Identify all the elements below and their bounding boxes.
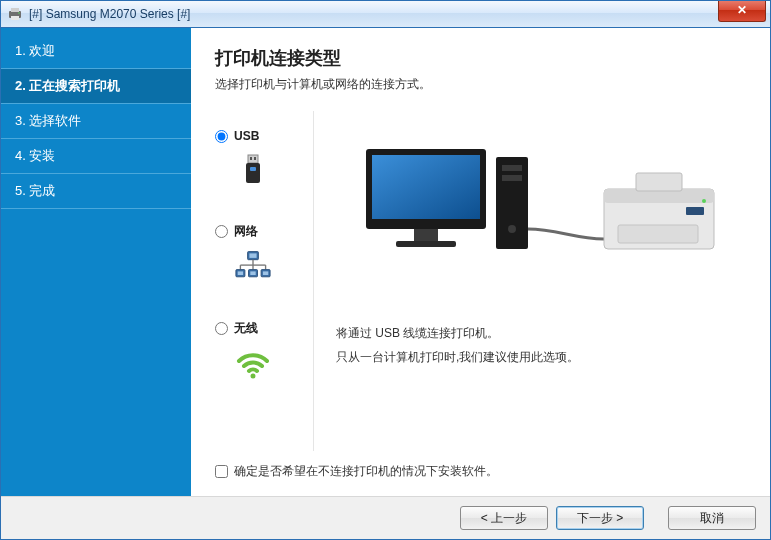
main-panel: 打印机连接类型 选择打印机与计算机或网络的连接方式。 USB bbox=[191, 28, 770, 496]
installer-window: [#] Samsung M2070 Series [#] ✕ 1. 欢迎 2. … bbox=[0, 0, 771, 540]
radio-network[interactable] bbox=[215, 225, 228, 238]
svg-rect-25 bbox=[372, 155, 480, 219]
network-icon bbox=[235, 248, 271, 284]
svg-rect-21 bbox=[263, 271, 268, 275]
svg-rect-4 bbox=[248, 155, 258, 163]
svg-rect-17 bbox=[238, 271, 243, 275]
cancel-button[interactable]: 取消 bbox=[668, 506, 756, 530]
radio-wireless[interactable] bbox=[215, 322, 228, 335]
svg-point-3 bbox=[18, 12, 20, 14]
svg-rect-30 bbox=[502, 175, 522, 181]
svg-rect-1 bbox=[11, 8, 19, 12]
svg-rect-10 bbox=[249, 253, 256, 258]
connection-options: USB 网络 bbox=[215, 111, 313, 451]
install-without-printer-row: 确定是否希望在不连接打印机的情况下安装软件。 bbox=[215, 451, 746, 488]
option-network-label: 网络 bbox=[234, 223, 258, 240]
sidebar: 1. 欢迎 2. 正在搜索打印机 3. 选择软件 4. 安装 5. 完成 bbox=[1, 28, 191, 496]
app-icon bbox=[7, 6, 23, 22]
sidebar-step-4: 4. 安装 bbox=[1, 139, 191, 174]
titlebar: [#] Samsung M2070 Series [#] ✕ bbox=[1, 1, 770, 28]
description-line-2: 只从一台计算机打印时,我们建议使用此选项。 bbox=[336, 345, 736, 369]
svg-rect-27 bbox=[396, 241, 456, 247]
illustration-panel: 将通过 USB 线缆连接打印机。 只从一台计算机打印时,我们建议使用此选项。 bbox=[313, 111, 746, 451]
option-usb[interactable]: USB bbox=[215, 129, 313, 187]
content-row: USB 网络 bbox=[215, 111, 746, 451]
install-without-printer-checkbox[interactable] bbox=[215, 465, 228, 478]
close-button[interactable]: ✕ bbox=[718, 1, 766, 22]
footer: < 上一步 下一步 > 取消 bbox=[1, 496, 770, 539]
svg-rect-5 bbox=[250, 157, 252, 160]
wifi-icon bbox=[235, 345, 271, 381]
sidebar-step-5: 5. 完成 bbox=[1, 174, 191, 209]
description: 将通过 USB 线缆连接打印机。 只从一台计算机打印时,我们建议使用此选项。 bbox=[336, 321, 736, 369]
connection-illustration bbox=[336, 129, 736, 289]
svg-rect-34 bbox=[636, 173, 682, 191]
svg-rect-8 bbox=[250, 167, 256, 171]
option-usb-label: USB bbox=[234, 129, 259, 143]
radio-usb[interactable] bbox=[215, 130, 228, 143]
install-without-printer-label: 确定是否希望在不连接打印机的情况下安装软件。 bbox=[234, 463, 498, 480]
page-heading: 打印机连接类型 bbox=[215, 46, 746, 70]
svg-rect-35 bbox=[618, 225, 698, 243]
sidebar-step-1: 1. 欢迎 bbox=[1, 34, 191, 69]
next-button[interactable]: 下一步 > bbox=[556, 506, 644, 530]
description-line-1: 将通过 USB 线缆连接打印机。 bbox=[336, 321, 736, 345]
svg-point-37 bbox=[702, 199, 706, 203]
svg-rect-29 bbox=[502, 165, 522, 171]
window-title: [#] Samsung M2070 Series [#] bbox=[29, 7, 190, 21]
svg-rect-36 bbox=[686, 207, 704, 215]
window-body: 1. 欢迎 2. 正在搜索打印机 3. 选择软件 4. 安装 5. 完成 打印机… bbox=[1, 28, 770, 496]
option-network[interactable]: 网络 bbox=[215, 223, 313, 284]
svg-point-31 bbox=[508, 225, 516, 233]
back-button[interactable]: < 上一步 bbox=[460, 506, 548, 530]
svg-rect-6 bbox=[254, 157, 256, 160]
sidebar-step-3: 3. 选择软件 bbox=[1, 104, 191, 139]
usb-stick-icon bbox=[235, 151, 271, 187]
option-wireless-label: 无线 bbox=[234, 320, 258, 337]
svg-rect-2 bbox=[11, 16, 19, 20]
svg-rect-26 bbox=[414, 229, 438, 241]
svg-point-22 bbox=[251, 374, 256, 379]
sidebar-step-2: 2. 正在搜索打印机 bbox=[1, 69, 191, 104]
svg-rect-7 bbox=[246, 163, 260, 183]
option-wireless[interactable]: 无线 bbox=[215, 320, 313, 381]
svg-rect-19 bbox=[250, 271, 255, 275]
page-subtitle: 选择打印机与计算机或网络的连接方式。 bbox=[215, 76, 746, 93]
